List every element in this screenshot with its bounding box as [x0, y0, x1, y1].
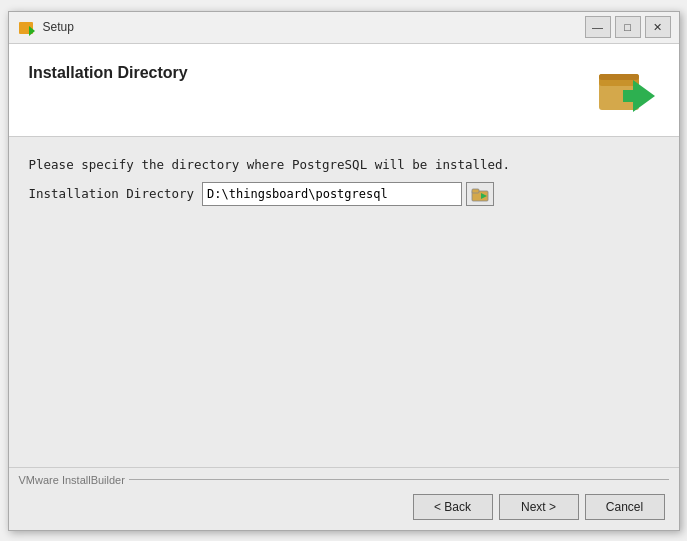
brand-line: [129, 479, 669, 480]
header-icon: [595, 60, 659, 124]
maximize-button[interactable]: □: [615, 16, 641, 38]
close-button[interactable]: ✕: [645, 16, 671, 38]
footer-buttons: < Back Next > Cancel: [19, 494, 669, 520]
cancel-button[interactable]: Cancel: [585, 494, 665, 520]
header-section: Installation Directory: [9, 44, 679, 137]
title-bar-text: Setup: [43, 20, 585, 34]
setup-window: Setup — □ ✕ Installation Directory Pleas…: [8, 11, 680, 531]
title-bar-controls: — □ ✕: [585, 16, 671, 38]
back-button[interactable]: < Back: [413, 494, 493, 520]
svg-rect-6: [623, 90, 643, 102]
title-bar: Setup — □ ✕: [9, 12, 679, 44]
browse-button[interactable]: [466, 182, 494, 206]
footer-section: VMware InstallBuilder < Back Next > Canc…: [9, 468, 679, 530]
folder-icon: [471, 186, 489, 202]
brand-text: VMware InstallBuilder: [19, 474, 669, 486]
page-title: Installation Directory: [29, 64, 188, 82]
directory-input[interactable]: [202, 182, 462, 206]
svg-rect-4: [599, 74, 639, 80]
svg-rect-8: [472, 189, 479, 193]
content-area: Please specify the directory where Postg…: [9, 137, 679, 468]
app-icon: [17, 17, 37, 37]
directory-row: Installation Directory: [29, 182, 659, 206]
next-button[interactable]: Next >: [499, 494, 579, 520]
minimize-button[interactable]: —: [585, 16, 611, 38]
description-text: Please specify the directory where Postg…: [29, 157, 659, 172]
dir-label: Installation Directory: [29, 186, 195, 201]
